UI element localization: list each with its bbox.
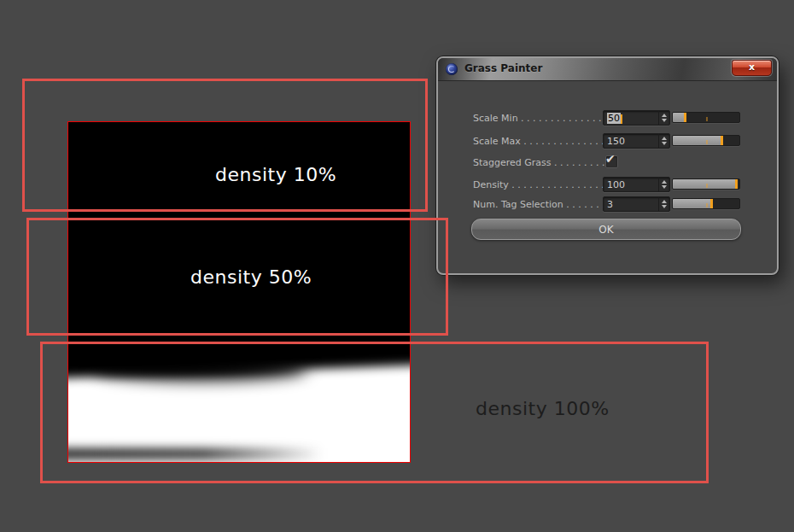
scale-min-slider[interactable]: [672, 112, 740, 123]
density-label: Density . . . . . . . . . . . . . . . . …: [473, 178, 616, 193]
slider-center-tick: [706, 203, 708, 208]
spinner-up-icon[interactable]: [662, 200, 667, 203]
scale-max-spinner[interactable]: [658, 134, 669, 148]
annotation-rect-density-50: [26, 218, 448, 336]
scale-min-input[interactable]: 50: [603, 110, 670, 126]
num-tag-selection-slider[interactable]: [672, 198, 740, 209]
staggered-grass-checkbox[interactable]: ✔: [605, 155, 618, 168]
annotation-rect-density-100: [40, 342, 709, 483]
close-button[interactable]: x: [732, 60, 772, 76]
slider-center-tick: [706, 117, 708, 121]
cinema4d-app-icon: [446, 63, 458, 75]
scale-max-value: 150: [607, 136, 625, 147]
num-tag-selection-input[interactable]: 3: [603, 196, 670, 212]
staggered-grass-label: Staggered Grass . . . . . . . . . . .: [473, 155, 616, 171]
slider-handle[interactable]: [735, 179, 738, 189]
slider-center-tick: [706, 140, 708, 144]
num-tag-selection-value: 3: [607, 199, 613, 210]
dialog-title: Grass Painter: [464, 62, 542, 74]
slider-handle[interactable]: [721, 136, 723, 145]
scale-max-label: Scale Max . . . . . . . . . . . . . . . …: [473, 134, 616, 149]
scale-min-value: 50: [607, 113, 621, 124]
density-input[interactable]: 100: [603, 177, 670, 192]
spinner-up-icon[interactable]: [662, 137, 667, 140]
scale-max-input[interactable]: 150: [603, 133, 670, 149]
scale-max-slider[interactable]: [672, 135, 740, 146]
slider-center-tick: [706, 184, 708, 188]
slider-handle[interactable]: [710, 199, 713, 208]
ok-button[interactable]: OK: [471, 219, 741, 240]
num-tag-spinner[interactable]: [658, 197, 669, 211]
spinner-up-icon[interactable]: [662, 114, 667, 117]
text-caret: [621, 114, 622, 124]
spinner-down-icon[interactable]: [662, 205, 667, 208]
spinner-down-icon[interactable]: [662, 119, 667, 122]
slider-handle[interactable]: [684, 113, 686, 122]
num-tag-selection-label: Num. Tag Selection . . . . . . . .: [473, 197, 611, 213]
grass-painter-dialog: Grass Painter x Scale Min . . . . . . . …: [436, 56, 779, 275]
spinner-down-icon[interactable]: [662, 185, 667, 189]
density-spinner[interactable]: [658, 178, 669, 191]
spinner-down-icon[interactable]: [662, 142, 667, 145]
scale-min-label: Scale Min . . . . . . . . . . . . . . . …: [473, 111, 620, 126]
viewport-background: density 10% density 50% density 100% Gra…: [0, 0, 794, 532]
density-slider[interactable]: [672, 178, 740, 190]
checkmark-icon: ✔: [605, 153, 616, 165]
dialog-titlebar[interactable]: Grass Painter x: [438, 58, 777, 81]
annotation-rect-density-10: [22, 79, 428, 212]
spinner-up-icon[interactable]: [662, 180, 667, 184]
slider-fill: [673, 136, 723, 145]
density-value: 100: [607, 179, 625, 190]
scale-min-spinner[interactable]: [658, 111, 669, 125]
